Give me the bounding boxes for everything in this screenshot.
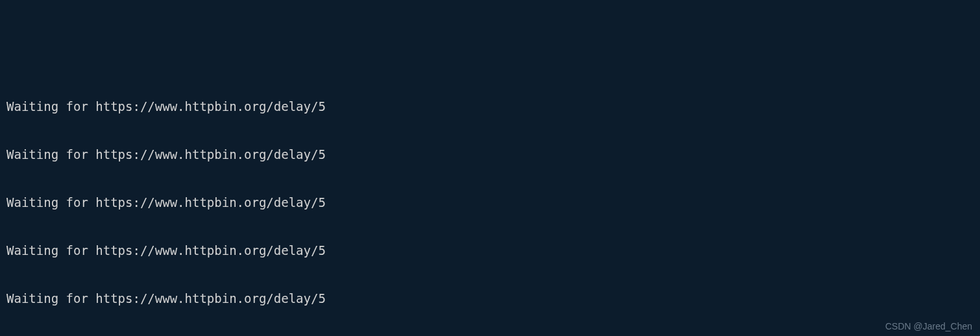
output-line: Waiting for https://www.httpbin.org/dela… bbox=[6, 99, 974, 115]
output-line: Waiting for https://www.httpbin.org/dela… bbox=[6, 243, 974, 259]
watermark: CSDN @Jared_Chen bbox=[885, 320, 972, 332]
output-line: Waiting for https://www.httpbin.org/dela… bbox=[6, 147, 974, 163]
output-line: Waiting for https://www.httpbin.org/dela… bbox=[6, 291, 974, 307]
terminal-output: Waiting for https://www.httpbin.org/dela… bbox=[6, 67, 974, 336]
output-line: Waiting for https://www.httpbin.org/dela… bbox=[6, 195, 974, 211]
